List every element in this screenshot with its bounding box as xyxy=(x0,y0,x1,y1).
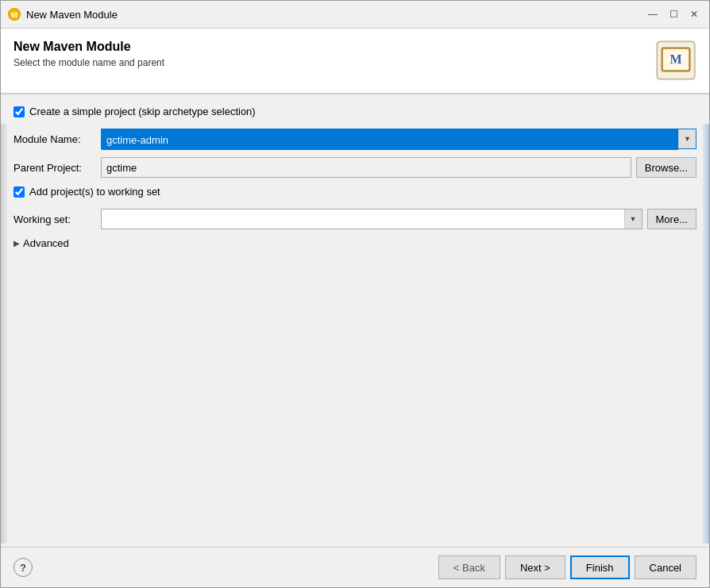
svg-text:M: M xyxy=(11,11,17,19)
maximize-button[interactable]: ☐ xyxy=(665,6,682,23)
finish-button[interactable]: Finish xyxy=(570,555,630,579)
module-name-dropdown-arrow[interactable]: ▼ xyxy=(678,129,696,148)
close-button[interactable]: ✕ xyxy=(685,6,703,23)
advanced-expand-icon: ▶ xyxy=(14,239,20,248)
form-content: Create a simple project (skip archetype … xyxy=(1,94,709,547)
header-area: New Maven Module Select the module name … xyxy=(1,29,709,94)
add-working-set-checkbox[interactable] xyxy=(14,186,25,198)
header-text: New Maven Module Select the module name … xyxy=(14,40,164,68)
working-set-dropdown-arrow[interactable]: ▼ xyxy=(624,209,642,229)
minimize-button[interactable]: — xyxy=(644,6,662,23)
next-button[interactable]: Next > xyxy=(505,555,565,579)
working-set-combo[interactable]: ▼ xyxy=(101,209,642,229)
advanced-label: Advanced xyxy=(23,237,69,249)
create-simple-row: Create a simple project (skip archetype … xyxy=(14,106,696,117)
right-stripe xyxy=(703,124,709,544)
cancel-button[interactable]: Cancel xyxy=(635,555,696,579)
bottom-bar: ? < Back Next > Finish Cancel xyxy=(1,547,709,587)
parent-project-value: gctime xyxy=(101,157,631,178)
window-title: New Maven Module xyxy=(26,9,118,21)
module-name-input[interactable] xyxy=(102,129,678,150)
more-button[interactable]: More... xyxy=(647,209,696,229)
dialog-subtitle: Select the module name and parent xyxy=(14,57,164,68)
nav-buttons: < Back Next > Finish Cancel xyxy=(438,555,696,579)
svg-text:M: M xyxy=(669,52,681,66)
left-stripe xyxy=(1,124,7,544)
module-name-row: Module Name: ▼ xyxy=(14,129,696,149)
dialog-title: New Maven Module xyxy=(14,40,164,54)
create-simple-checkbox[interactable] xyxy=(14,106,25,117)
module-name-combo: ▼ xyxy=(101,129,696,149)
working-set-label: Working set: xyxy=(14,213,101,225)
parent-project-label: Parent Project: xyxy=(14,162,101,174)
module-name-label: Module Name: xyxy=(14,133,101,145)
advanced-row[interactable]: ▶ Advanced xyxy=(14,237,696,249)
add-working-set-row: Add project(s) to working set xyxy=(14,186,696,198)
back-button[interactable]: < Back xyxy=(438,555,500,579)
help-area: ? xyxy=(14,558,33,577)
title-bar: M New Maven Module — ☐ ✕ xyxy=(1,1,709,29)
window-icon: M xyxy=(7,7,21,21)
add-working-set-label[interactable]: Add project(s) to working set xyxy=(29,186,160,198)
header-maven-icon: M xyxy=(655,40,696,83)
title-controls: — ☐ ✕ xyxy=(644,6,703,23)
help-button[interactable]: ? xyxy=(14,558,33,577)
browse-button[interactable]: Browse... xyxy=(636,157,696,178)
dialog-window: M New Maven Module — ☐ ✕ New Maven Modul… xyxy=(0,0,710,588)
working-set-row: Working set: ▼ More... xyxy=(14,209,696,229)
create-simple-label[interactable]: Create a simple project (skip archetype … xyxy=(29,106,256,117)
parent-project-row: Parent Project: gctime Browse... xyxy=(14,157,696,178)
